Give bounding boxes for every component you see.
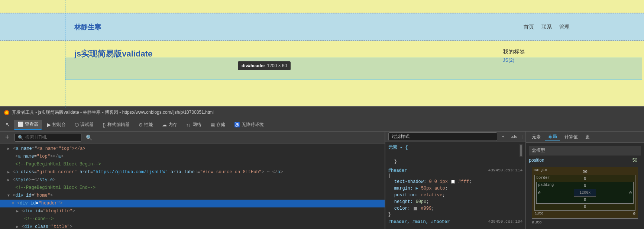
guide-line-right — [642, 0, 642, 108]
element-tooltip: div#header 1200 × 60 — [238, 61, 291, 70]
nav-item-admin: 管理 — [559, 24, 570, 30]
article-title: js实现简易版validate — [74, 48, 488, 59]
site-nav: 首页 联系 管理 — [524, 24, 570, 30]
site-title: 林静生寒 — [74, 23, 101, 32]
devtools-window: 开发者工具 - js实现简易版validate - 林静生寒 - 博客园 - h… — [0, 106, 644, 108]
nav-item-contact: 联系 — [541, 24, 552, 30]
devtools-titlebar: 开发者工具 - js实现简易版validate - 林静生寒 - 博客园 - h… — [0, 107, 644, 108]
tooltip-tag: div#header — [242, 63, 265, 68]
website-preview: 林静生寒 首页 联系 管理 js实现简易版validate 我的标签 JS(2)… — [0, 0, 644, 108]
preview-body: js实现简易版validate 我的标签 JS(2) — [0, 41, 644, 78]
guide-line-left — [65, 0, 65, 108]
sidebar-title: 我的标签 — [503, 48, 570, 55]
preview-sidebar: 我的标签 JS(2) — [503, 48, 570, 70]
preview-top-bar — [0, 0, 644, 13]
tooltip-size: 1200 × 60 — [267, 63, 287, 68]
preview-header: 林静生寒 首页 联系 管理 — [0, 13, 644, 41]
sidebar-item: JS(2) — [503, 57, 570, 63]
nav-item-home: 首页 — [524, 24, 534, 30]
